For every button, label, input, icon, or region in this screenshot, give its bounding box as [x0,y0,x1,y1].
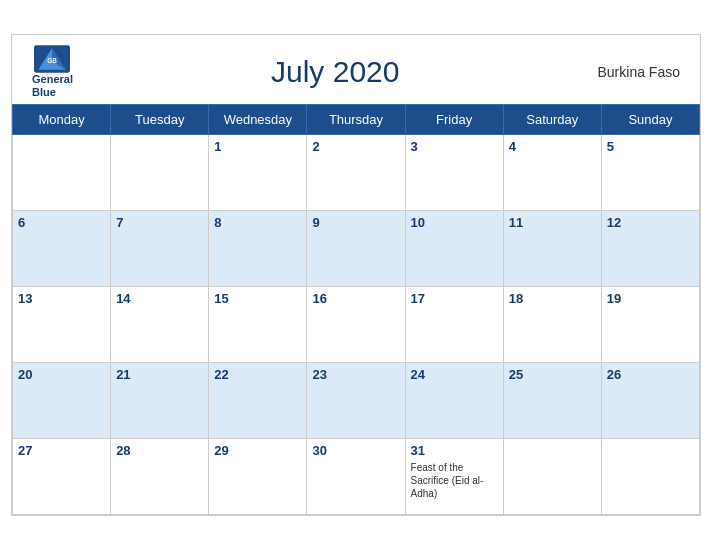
day-number: 20 [18,367,105,382]
calendar-cell: 27 [13,438,111,514]
day-number: 7 [116,215,203,230]
day-number: 15 [214,291,301,306]
day-number: 26 [607,367,694,382]
day-number: 13 [18,291,105,306]
calendar-cell: 31Feast of the Sacrifice (Eid al-Adha) [405,438,503,514]
calendar-cell: 8 [209,210,307,286]
calendar-cell: 7 [111,210,209,286]
calendar-cell: 19 [601,286,699,362]
calendar-cell [503,438,601,514]
week-row-3: 13141516171819 [13,286,700,362]
day-number: 11 [509,215,596,230]
day-number: 8 [214,215,301,230]
day-number: 31 [411,443,498,458]
day-number: 12 [607,215,694,230]
week-row-1: 12345 [13,134,700,210]
day-number: 10 [411,215,498,230]
week-row-5: 2728293031Feast of the Sacrifice (Eid al… [13,438,700,514]
calendar-cell: 24 [405,362,503,438]
day-number: 28 [116,443,203,458]
logo-brand: General Blue [32,73,73,97]
day-number: 18 [509,291,596,306]
day-number: 4 [509,139,596,154]
calendar-cell: 22 [209,362,307,438]
calendar-cell: 11 [503,210,601,286]
day-number: 1 [214,139,301,154]
calendar-cell: 2 [307,134,405,210]
calendar-cell: 17 [405,286,503,362]
weekday-tuesday: Tuesday [111,104,209,134]
weekday-saturday: Saturday [503,104,601,134]
day-number: 2 [312,139,399,154]
day-number: 5 [607,139,694,154]
day-number: 19 [607,291,694,306]
calendar-cell: 10 [405,210,503,286]
day-number: 3 [411,139,498,154]
calendar-cell: 4 [503,134,601,210]
calendar-cell: 5 [601,134,699,210]
day-number: 9 [312,215,399,230]
calendar-cell: 14 [111,286,209,362]
calendar-cell [13,134,111,210]
day-number: 6 [18,215,105,230]
calendar-cell: 3 [405,134,503,210]
calendar-cell: 28 [111,438,209,514]
day-number: 30 [312,443,399,458]
weekday-wednesday: Wednesday [209,104,307,134]
day-number: 17 [411,291,498,306]
day-number: 27 [18,443,105,458]
calendar-cell: 25 [503,362,601,438]
day-number: 24 [411,367,498,382]
calendar-cell: 23 [307,362,405,438]
calendar-cell: 16 [307,286,405,362]
weekday-thursday: Thursday [307,104,405,134]
week-row-4: 20212223242526 [13,362,700,438]
week-row-2: 6789101112 [13,210,700,286]
day-number: 16 [312,291,399,306]
day-number: 25 [509,367,596,382]
day-number: 29 [214,443,301,458]
day-number: 23 [312,367,399,382]
calendar-cell: 13 [13,286,111,362]
calendar-cell: 21 [111,362,209,438]
calendar-cell [601,438,699,514]
calendar-cell [111,134,209,210]
calendar-cell: 6 [13,210,111,286]
logo-area: GB General Blue [32,45,73,97]
day-number: 21 [116,367,203,382]
event-text: Feast of the Sacrifice (Eid al-Adha) [411,461,498,500]
calendar-cell: 20 [13,362,111,438]
calendar-cell: 26 [601,362,699,438]
day-number: 22 [214,367,301,382]
svg-text:GB: GB [48,57,58,64]
calendar-cell: 12 [601,210,699,286]
weekday-sunday: Sunday [601,104,699,134]
country-name: Burkina Faso [598,64,680,80]
calendar-cell: 29 [209,438,307,514]
calendar-cell: 9 [307,210,405,286]
calendar-cell: 15 [209,286,307,362]
calendar-header: GB General Blue July 2020 Burkina Faso [12,35,700,103]
weekday-friday: Friday [405,104,503,134]
weekday-monday: Monday [13,104,111,134]
month-title: July 2020 [271,55,399,89]
calendar-cell: 30 [307,438,405,514]
day-number: 14 [116,291,203,306]
general-blue-logo: GB [34,45,70,73]
calendar-container: GB General Blue July 2020 Burkina Faso M… [11,34,701,515]
weekday-header-row: Monday Tuesday Wednesday Thursday Friday… [13,104,700,134]
calendar-cell: 18 [503,286,601,362]
calendar-cell: 1 [209,134,307,210]
calendar-grid: Monday Tuesday Wednesday Thursday Friday… [12,104,700,515]
